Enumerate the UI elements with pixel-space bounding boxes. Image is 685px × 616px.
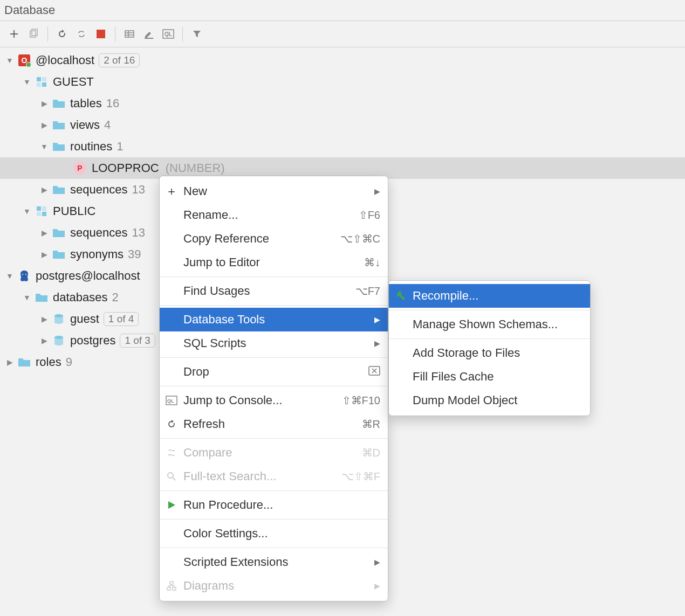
chevron-down-icon: ▼ bbox=[4, 55, 15, 66]
folder-icon bbox=[52, 118, 66, 132]
folder-icon bbox=[35, 290, 49, 304]
menu-jump-editor[interactable]: Jump to Editor ⌘↓ bbox=[160, 251, 388, 274]
console-icon: QL bbox=[165, 394, 178, 407]
svg-point-18 bbox=[22, 274, 23, 275]
chevron-right-icon: ▶ bbox=[374, 187, 380, 196]
chevron-down-icon: ▼ bbox=[39, 141, 50, 152]
svg-rect-17 bbox=[42, 212, 46, 216]
menu-add-storage[interactable]: Add Storage to Files bbox=[389, 341, 590, 365]
schema-count-badge: 1 of 3 bbox=[120, 334, 155, 348]
compare-icon bbox=[165, 446, 178, 459]
svg-rect-3 bbox=[125, 31, 134, 37]
svg-rect-32 bbox=[170, 582, 173, 584]
menu-drop[interactable]: Drop bbox=[160, 360, 388, 384]
menu-new[interactable]: ＋ New ▶ bbox=[160, 179, 388, 203]
chevron-right-icon: ▶ bbox=[39, 335, 50, 346]
menu-fill-cache[interactable]: Fill Files Cache bbox=[389, 365, 590, 389]
datasource-oracle[interactable]: ▼ O @localhost 2 of 16 bbox=[0, 50, 685, 71]
chevron-down-icon: ▼ bbox=[22, 77, 32, 87]
chevron-right-icon: ▶ bbox=[374, 558, 380, 566]
menu-find-usages[interactable]: Find Usages ⌥F7 bbox=[160, 279, 388, 303]
svg-text:QL: QL bbox=[167, 398, 174, 404]
delete-icon bbox=[368, 366, 380, 378]
folder-icon bbox=[52, 226, 66, 240]
menu-sql-scripts[interactable]: SQL Scripts ▶ bbox=[160, 331, 388, 355]
menu-scripted-extensions[interactable]: Scripted Extensions ▶ bbox=[160, 550, 388, 574]
menu-manage-schemas[interactable]: Manage Shown Schemas... bbox=[389, 313, 590, 336]
svg-rect-2 bbox=[97, 30, 105, 38]
database-icon bbox=[52, 312, 66, 326]
chevron-right-icon: ▶ bbox=[374, 582, 380, 590]
chevron-down-icon: ▼ bbox=[22, 292, 32, 303]
menu-jump-console[interactable]: QL Jump to Console... ⇧⌘F10 bbox=[160, 389, 388, 412]
chevron-right-icon: ▶ bbox=[39, 314, 50, 324]
chevron-right-icon: ▶ bbox=[39, 184, 50, 195]
refresh-icon bbox=[165, 418, 178, 431]
panel-title: Database bbox=[0, 0, 685, 21]
chevron-right-icon: ▶ bbox=[39, 249, 50, 260]
chevron-right-icon: ▶ bbox=[39, 98, 50, 109]
play-icon bbox=[165, 499, 178, 511]
plus-icon: ＋ bbox=[165, 185, 178, 198]
svg-rect-1 bbox=[32, 29, 37, 36]
edit-button[interactable] bbox=[140, 25, 157, 43]
menu-color-settings[interactable]: Color Settings... bbox=[160, 522, 388, 545]
diagram-icon bbox=[165, 579, 178, 592]
hammer-icon bbox=[394, 289, 407, 302]
svg-rect-34 bbox=[173, 587, 176, 590]
menu-database-tools[interactable]: Database Tools ▶ bbox=[160, 308, 388, 331]
chevron-right-icon: ▶ bbox=[39, 227, 50, 238]
oracle-icon: O bbox=[17, 53, 31, 67]
menu-fulltext-search: Full-text Search... ⌥⇧⌘F bbox=[160, 465, 388, 488]
svg-rect-14 bbox=[37, 206, 41, 211]
folder-views[interactable]: ▶ views 4 bbox=[0, 114, 685, 136]
console-button[interactable]: QL bbox=[160, 25, 177, 43]
schema-count-badge: 2 of 16 bbox=[99, 53, 140, 67]
database-tools-submenu: Recompile... Manage Shown Schemas... Add… bbox=[388, 280, 591, 416]
svg-point-21 bbox=[54, 314, 63, 317]
add-button[interactable] bbox=[5, 25, 23, 43]
chevron-right-icon: ▶ bbox=[374, 315, 380, 324]
svg-rect-15 bbox=[42, 206, 46, 211]
menu-run-procedure[interactable]: Run Procedure... bbox=[160, 493, 388, 517]
stop-button[interactable] bbox=[92, 25, 109, 43]
menu-diagrams: Diagrams ▶ bbox=[160, 574, 388, 598]
folder-icon bbox=[52, 247, 66, 261]
folder-icon bbox=[52, 96, 66, 110]
sync-button[interactable] bbox=[73, 25, 90, 43]
schema-icon bbox=[35, 75, 49, 89]
table-button[interactable] bbox=[121, 25, 138, 43]
folder-icon bbox=[17, 355, 31, 369]
svg-rect-11 bbox=[42, 77, 46, 81]
svg-rect-16 bbox=[37, 212, 41, 216]
menu-rename[interactable]: Rename... ⇧F6 bbox=[160, 203, 388, 227]
duplicate-button[interactable] bbox=[25, 25, 42, 43]
svg-point-23 bbox=[54, 336, 63, 339]
menu-recompile[interactable]: Recompile... bbox=[389, 284, 590, 308]
menu-dump-model[interactable]: Dump Model Object bbox=[389, 389, 590, 412]
filter-button[interactable] bbox=[188, 25, 206, 43]
folder-icon bbox=[52, 183, 66, 197]
refresh-button[interactable] bbox=[53, 25, 71, 43]
context-menu: ＋ New ▶ Rename... ⇧F6 Copy Reference ⌥⇧⌘… bbox=[159, 176, 388, 601]
svg-rect-33 bbox=[167, 587, 170, 590]
menu-refresh[interactable]: Refresh ⌘R bbox=[160, 412, 388, 436]
schema-icon bbox=[35, 204, 49, 218]
chevron-down-icon: ▼ bbox=[22, 206, 32, 217]
svg-rect-13 bbox=[42, 82, 46, 87]
svg-point-19 bbox=[25, 274, 26, 275]
search-icon bbox=[165, 470, 178, 483]
procedure-icon: P bbox=[73, 162, 86, 175]
chevron-right-icon: ▶ bbox=[4, 357, 15, 368]
database-icon bbox=[52, 334, 66, 348]
svg-rect-10 bbox=[37, 77, 41, 81]
menu-copy-reference[interactable]: Copy Reference ⌥⇧⌘C bbox=[160, 227, 388, 251]
chevron-right-icon: ▶ bbox=[39, 120, 50, 130]
chevron-right-icon: ▶ bbox=[374, 339, 380, 348]
folder-routines[interactable]: ▼ routines 1 bbox=[0, 136, 685, 157]
schema-guest[interactable]: ▼ GUEST bbox=[0, 71, 685, 93]
folder-tables[interactable]: ▶ tables 16 bbox=[0, 93, 685, 114]
schema-count-badge: 1 of 4 bbox=[104, 312, 139, 326]
folder-icon bbox=[52, 140, 66, 154]
svg-text:QL: QL bbox=[165, 31, 172, 37]
